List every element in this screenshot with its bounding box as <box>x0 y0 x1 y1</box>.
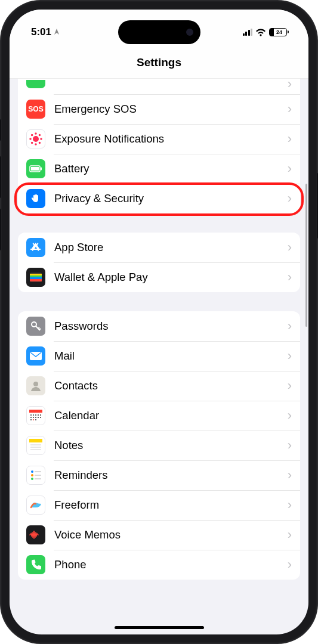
svg-point-25 <box>40 414 41 416</box>
svg-point-28 <box>35 417 36 418</box>
row-label: Freeform <box>54 499 288 512</box>
row-label: Mail <box>54 349 288 363</box>
settings-group-store: App Store › Wallet & Apple Pay › <box>18 233 300 292</box>
scroll-indicator[interactable] <box>305 184 307 327</box>
reminders-icon <box>26 466 45 485</box>
settings-row-phone[interactable]: Phone › <box>18 550 300 580</box>
svg-rect-34 <box>29 439 42 442</box>
settings-row-emergency-sos[interactable]: SOS Emergency SOS › <box>18 94 300 124</box>
chevron-right-icon: › <box>288 497 292 513</box>
location-icon <box>54 28 60 36</box>
svg-rect-11 <box>41 168 42 171</box>
chevron-right-icon: › <box>288 318 292 334</box>
svg-point-1 <box>35 133 36 134</box>
settings-row-passwords[interactable]: Passwords › <box>18 311 300 341</box>
settings-row-contacts[interactable]: Contacts › <box>18 371 300 401</box>
volume-down <box>0 209 1 250</box>
settings-row-partial[interactable]: › <box>18 79 300 94</box>
svg-point-24 <box>38 414 39 416</box>
svg-point-31 <box>30 419 32 420</box>
svg-point-19 <box>33 382 38 386</box>
chevron-right-icon: › <box>288 270 292 285</box>
row-label: Exposure Notifications <box>54 132 288 145</box>
battery-icon: 24 <box>269 28 287 36</box>
svg-point-2 <box>35 144 36 145</box>
sos-icon: SOS <box>26 100 45 119</box>
row-label: App Store <box>54 241 288 254</box>
settings-row-reminders[interactable]: Reminders › <box>18 460 300 490</box>
svg-point-40 <box>31 474 33 476</box>
svg-point-38 <box>31 470 33 473</box>
appstore-icon <box>26 238 45 257</box>
svg-point-6 <box>39 142 40 143</box>
page-title: Settings <box>137 56 181 69</box>
settings-group-general: › SOS Emergency SOS › Exposure Notificat… <box>18 79 300 213</box>
settings-row-freeform[interactable]: Freeform › <box>18 490 300 520</box>
svg-point-7 <box>32 142 33 143</box>
row-label: Contacts <box>54 379 288 392</box>
wifi-icon <box>255 29 266 36</box>
svg-point-0 <box>33 136 39 142</box>
svg-rect-20 <box>29 410 42 413</box>
row-label: Calendar <box>54 409 288 422</box>
wallet-icon <box>26 268 45 287</box>
voice-memos-icon <box>26 525 45 544</box>
settings-group-apps: Passwords › Mail › Contacts › <box>18 311 300 580</box>
key-icon <box>26 317 45 336</box>
row-label: Notes <box>54 439 288 452</box>
svg-point-4 <box>41 138 42 140</box>
battery-settings-icon <box>26 159 45 178</box>
chevron-right-icon: › <box>288 101 292 117</box>
chevron-right-icon: › <box>288 467 292 483</box>
row-label: Wallet & Apple Pay <box>54 271 288 284</box>
settings-row-app-store[interactable]: App Store › <box>18 233 300 262</box>
row-label: Reminders <box>54 469 288 482</box>
svg-rect-10 <box>31 167 39 171</box>
home-indicator[interactable] <box>115 626 204 629</box>
settings-list[interactable]: › SOS Emergency SOS › Exposure Notificat… <box>10 79 308 634</box>
dynamic-island <box>118 20 200 44</box>
svg-point-5 <box>32 135 33 136</box>
settings-row-notes[interactable]: Notes › <box>18 431 300 460</box>
settings-row-mail[interactable]: Mail › <box>18 341 300 371</box>
svg-point-21 <box>30 414 32 416</box>
svg-point-29 <box>38 417 39 418</box>
phone-frame: 5:01 24 Settings <box>0 0 318 644</box>
hand-icon <box>26 189 45 208</box>
chevron-right-icon: › <box>288 527 292 543</box>
svg-point-26 <box>30 417 32 418</box>
settings-row-battery[interactable]: Battery › <box>18 154 300 184</box>
row-label: Phone <box>54 558 288 571</box>
svg-point-8 <box>39 135 40 136</box>
calendar-icon <box>26 406 45 425</box>
settings-row-calendar[interactable]: Calendar › <box>18 401 300 431</box>
svg-point-23 <box>35 414 36 416</box>
settings-row-privacy[interactable]: Privacy & Security › <box>18 184 300 213</box>
settings-row-voice-memos[interactable]: Voice Memos › <box>18 520 300 550</box>
svg-point-22 <box>33 414 34 416</box>
chevron-right-icon: › <box>288 161 292 177</box>
chevron-right-icon: › <box>288 79 292 92</box>
chevron-right-icon: › <box>288 240 292 255</box>
chevron-right-icon: › <box>288 131 292 147</box>
nav-header: Settings <box>10 47 308 79</box>
settings-row-wallet[interactable]: Wallet & Apple Pay › <box>18 262 300 292</box>
screen: 5:01 24 Settings <box>10 10 308 634</box>
row-label: Passwords <box>54 320 288 333</box>
contacts-icon <box>26 376 45 395</box>
chevron-right-icon: › <box>288 557 292 572</box>
chevron-right-icon: › <box>288 408 292 423</box>
phone-icon <box>26 555 45 574</box>
chevron-right-icon: › <box>288 348 292 364</box>
svg-point-42 <box>31 478 33 480</box>
row-label: Voice Memos <box>54 528 288 541</box>
chevron-right-icon: › <box>288 191 292 206</box>
mail-icon <box>26 346 45 366</box>
svg-point-30 <box>40 417 41 418</box>
chevron-right-icon: › <box>288 378 292 394</box>
row-label: Battery <box>54 162 288 175</box>
freeform-icon <box>26 496 45 515</box>
notes-icon <box>26 436 45 455</box>
settings-row-exposure[interactable]: Exposure Notifications › <box>18 124 300 154</box>
cellular-signal-icon <box>243 29 253 36</box>
